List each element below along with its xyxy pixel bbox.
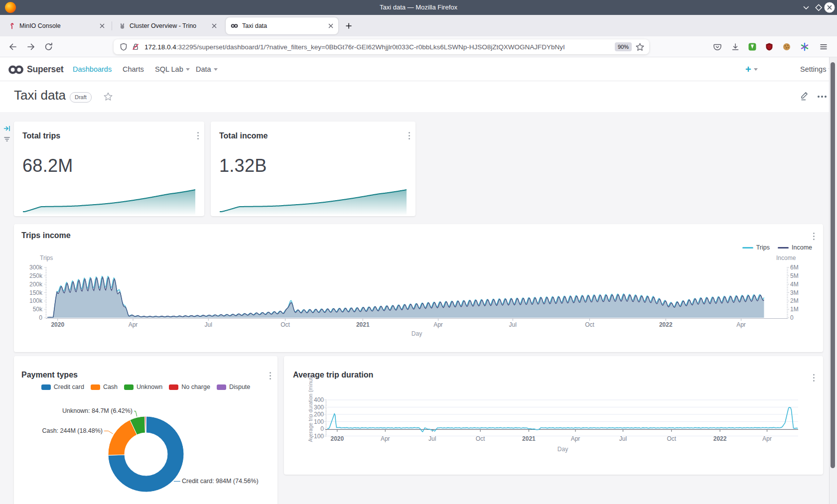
minio-favicon: [9, 23, 15, 29]
bookmark-star-icon[interactable]: [636, 43, 644, 51]
x-tick-label: Apr: [381, 435, 390, 442]
callout-leader-line: [104, 431, 113, 434]
chevron-down-icon: [214, 68, 218, 71]
total-trips-card: Total trips 68.2M: [14, 122, 204, 216]
insecure-lock-icon[interactable]: [132, 43, 140, 51]
back-button[interactable]: [7, 41, 19, 53]
y-right-tick-label: 2M: [790, 297, 799, 304]
tab-close-icon[interactable]: [212, 23, 217, 28]
nav-item-dashboards[interactable]: Dashboards: [73, 57, 112, 81]
y-left-axis-title: Trips: [40, 254, 53, 261]
chevron-down-icon: [186, 68, 190, 71]
y-right-tick-label: 1M: [790, 306, 799, 313]
expand-filter-bar-icon[interactable]: [3, 125, 10, 132]
url-text[interactable]: 172.18.0.4:32295/superset/dashboard/1/?n…: [144, 43, 615, 51]
download-icon: [731, 42, 740, 51]
asterisk-icon: [800, 42, 809, 51]
window-maximize-button[interactable]: [813, 1, 825, 13]
nav-label: Charts: [123, 57, 144, 81]
x-tick-label: Apr: [433, 321, 443, 328]
screen: Taxi data — Mozilla Firefox MinIO Consol…: [0, 0, 837, 504]
y-left-tick-label: 150k: [29, 289, 43, 296]
url-bar[interactable]: 172.18.0.4:32295/superset/dashboard/1/?n…: [114, 39, 649, 54]
window-minimize-button[interactable]: [800, 1, 812, 13]
y-tick-label: 300: [314, 404, 324, 411]
nav-item-charts[interactable]: Charts: [123, 57, 144, 81]
reload-button[interactable]: [43, 41, 55, 53]
nav-item-data[interactable]: Data: [196, 57, 218, 81]
ublock-shield-icon: [765, 42, 774, 51]
forward-button[interactable]: [25, 41, 37, 53]
card-menu-kebab[interactable]: [407, 130, 412, 141]
edit-pencil-icon[interactable]: [800, 90, 810, 101]
page-title: Taxi data: [14, 88, 66, 103]
url-path: :32295/superset/dashboard/1/?native_filt…: [176, 43, 565, 51]
tab-close-icon[interactable]: [328, 23, 333, 28]
dashboard-menu-ellipsis[interactable]: [816, 94, 828, 99]
callout-leader-line: [134, 411, 137, 417]
tracking-shield-icon[interactable]: [120, 43, 128, 51]
y-left-tick-label: 100k: [29, 297, 43, 304]
x-tick-label: Jul: [428, 435, 436, 442]
menu-button[interactable]: [818, 41, 830, 53]
plus-icon: +: [745, 57, 751, 81]
minimize-icon: [801, 2, 812, 13]
tab-minio-console[interactable]: MinIO Console: [4, 17, 110, 34]
ublock-extension-button[interactable]: [763, 41, 775, 53]
x-tick-label: Jul: [205, 321, 212, 328]
settings-menu[interactable]: Settings: [800, 57, 833, 81]
privacy-badger-extension-button[interactable]: [746, 41, 758, 53]
donut-callout-label: Unknown: 84.7M (6.42%): [62, 407, 133, 414]
cookie-extension-button[interactable]: [781, 41, 793, 53]
favorite-star-icon[interactable]: [104, 92, 113, 101]
pocket-button[interactable]: [711, 41, 723, 53]
superset-brand[interactable]: Superset: [27, 57, 63, 81]
income-area: [47, 277, 764, 318]
url-host: 172.18.0.4: [144, 43, 176, 51]
payment-types-donut-chart: Unknown: 84.7M (6.42%)Cash: 244M (18.48%…: [14, 356, 278, 504]
y-right-tick-label: 6M: [790, 264, 799, 271]
nav-label: Dashboards: [73, 57, 112, 81]
x-tick-label: Apr: [736, 321, 746, 328]
reload-icon: [44, 42, 54, 52]
window-close-button[interactable]: [824, 1, 836, 13]
tab-title: Cluster Overview - Trino: [130, 22, 212, 29]
tab-cluster-overview-trino[interactable]: Cluster Overview - Trino: [114, 17, 222, 34]
big-number-value: 1.32B: [219, 155, 267, 176]
x-tick-label: Apr: [571, 435, 580, 442]
x-tick-label: Oct: [476, 435, 485, 442]
nav-item-sql-lab[interactable]: SQL Lab: [155, 57, 190, 81]
y-right-tick-label: 5M: [790, 272, 799, 279]
y-left-tick-label: 50k: [33, 306, 43, 313]
filter-icon[interactable]: [3, 135, 10, 142]
new-tab-button[interactable]: [343, 20, 355, 32]
x-tick-label: Oct: [280, 321, 290, 328]
tab-bar: MinIO Console Cluster Overview - Trino T…: [0, 15, 837, 36]
avg-trip-duration-card: Average trip duration 4003002001000-1002…: [284, 356, 823, 475]
y-tick-label: -100: [312, 433, 324, 440]
tab-title: MinIO Console: [19, 22, 100, 29]
scrollbar-thumb[interactable]: [831, 62, 835, 468]
avg-trip-duration-chart: 4003002001000-1002020AprJulOct2021AprJul…: [284, 356, 823, 475]
card-menu-kebab[interactable]: [196, 130, 200, 141]
tab-close-icon[interactable]: [100, 23, 105, 28]
asterisk-extension-button[interactable]: [799, 41, 811, 53]
x-axis-title: Day: [412, 330, 422, 337]
x-tick-label: Oct: [667, 435, 676, 442]
downloads-button[interactable]: [729, 41, 741, 53]
zoom-level-badge[interactable]: 90%: [615, 42, 632, 51]
new-item-button[interactable]: +: [745, 57, 758, 81]
tab-taxi-data[interactable]: Taxi data: [226, 17, 338, 34]
draft-badge: Draft: [70, 92, 92, 103]
y-right-tick-label: 4M: [790, 281, 799, 288]
trips-income-card: Trips income TripsIncome 2020AprJulOct20…: [14, 224, 823, 352]
window-title: Taxi data — Mozilla Firefox: [0, 0, 837, 15]
card-title: Total trips: [22, 131, 60, 140]
x-tick-label: 2020: [330, 435, 344, 442]
x-axis-title: Day: [558, 446, 568, 453]
x-tick-label: 2022: [659, 321, 673, 328]
superset-logo-icon: [7, 64, 25, 76]
maximize-icon: [813, 2, 824, 13]
tab-divider: [112, 21, 112, 30]
donut-callout-label: Credit card: 984M (74.56%): [182, 478, 259, 485]
